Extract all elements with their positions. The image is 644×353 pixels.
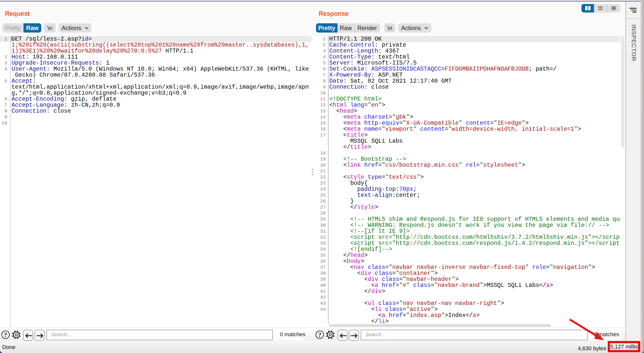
svg-text:?: ? (4, 331, 7, 338)
svg-text:?: ? (318, 331, 321, 338)
